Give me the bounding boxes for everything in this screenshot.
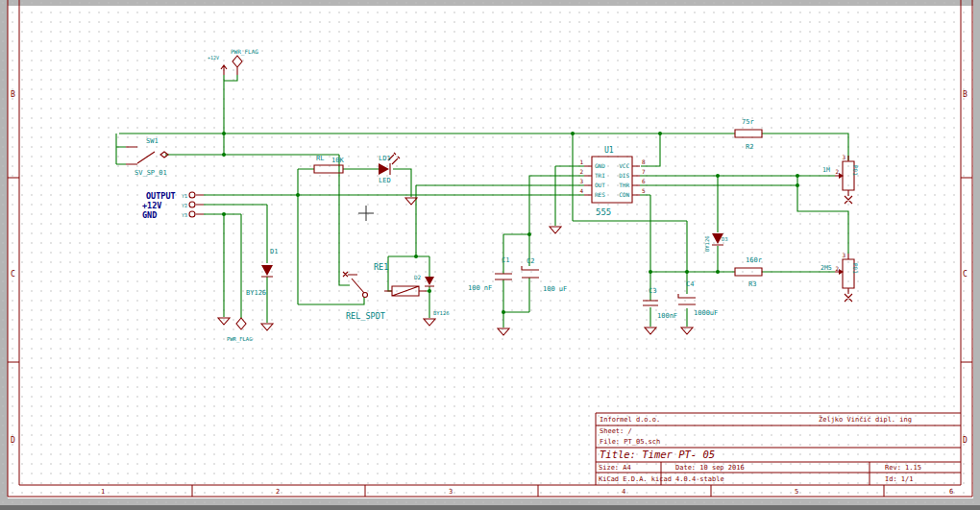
- d2-value: BY126: [433, 310, 450, 316]
- title-block-author: Željko Vinčić dipl. ing: [819, 415, 912, 424]
- pot2-pin-3: 3: [842, 252, 845, 258]
- u1-pin-num-7: 7: [642, 168, 646, 175]
- pot2-value: 2M5: [821, 264, 832, 272]
- u1-value: 555: [596, 207, 611, 217]
- u1-pin-num-4: 4: [579, 187, 583, 194]
- u1-pin-name-thr: THR: [619, 182, 629, 188]
- row-letter-right-b: B: [963, 90, 968, 99]
- conn-pin-y2: Y2: [182, 203, 187, 208]
- ld1-ref: LD1: [379, 155, 391, 162]
- d3-ref: D3: [722, 236, 728, 242]
- col-number-5: 5: [795, 488, 798, 496]
- u1-pin-name-gnd: GND: [595, 162, 605, 169]
- pwr-flag-bottom-label: PWR_FLAG: [227, 336, 253, 343]
- pot1-pin-3: 3: [842, 154, 845, 160]
- pot1-ref: P01: [852, 165, 859, 176]
- title-block-id: Id: 1/1: [885, 475, 914, 483]
- title-block-company: Informel d.o.o.: [600, 416, 660, 424]
- grid-dots: [0, 0, 980, 505]
- schematic-canvas[interactable]: B C D B C D 1 2 3 4 5 6 Informel d.o.o. …: [0, 0, 980, 510]
- d3-value: BY126: [704, 235, 710, 252]
- pwr-flag-top-label: PWR_FLAG: [231, 48, 258, 56]
- d1-value: BY126: [246, 289, 266, 297]
- re1-ref: RE1: [374, 262, 388, 272]
- pot1-value: 1M: [822, 166, 830, 174]
- u1-pin-num-6: 6: [642, 178, 646, 184]
- title-block-size: Size: A4: [599, 464, 631, 472]
- sw1-value: SV_SP_01: [135, 169, 167, 177]
- u1-pin-num-5: 5: [642, 187, 646, 194]
- conn-pin-y1: Y1: [182, 193, 187, 199]
- row-letter-left-b: B: [11, 90, 15, 99]
- u1-pin-name-dis: DIS: [619, 172, 629, 179]
- row-letter-left-d: D: [11, 436, 15, 445]
- u1-pin-num-8: 8: [642, 158, 646, 165]
- rl-ref: RL: [316, 155, 324, 162]
- row-letter-right-d: D: [963, 436, 968, 445]
- row-letter-right-c: C: [963, 270, 968, 279]
- title-block-rev: Rev: 1.15: [885, 464, 921, 472]
- rail-12v-label: +12V: [208, 55, 219, 61]
- eeschema-sheet[interactable]: B C D B C D 1 2 3 4 5 6 Informel d.o.o. …: [0, 0, 980, 510]
- title-block-tool: KiCad E.D.A. kicad 4.0.4-stable: [599, 475, 724, 483]
- u1-pin-name-out: OUT: [595, 182, 605, 188]
- u1-pin-num-3: 3: [579, 178, 583, 184]
- window-edge: [0, 505, 980, 510]
- c2-value: 100 uF: [543, 285, 567, 293]
- c1-value: 100 nF: [468, 284, 492, 292]
- col-number-3: 3: [449, 488, 453, 496]
- u1-pin-name-con: CON: [619, 191, 629, 198]
- c3-ref: C3: [649, 287, 656, 295]
- rl-value: 10K: [331, 157, 344, 164]
- c3-value: 100nF: [657, 312, 677, 320]
- r2-ref: R2: [746, 143, 753, 151]
- u1-pin-name-vcc: VCC: [619, 162, 629, 169]
- pot2-pin-2: 2: [835, 265, 839, 272]
- d1-ref: D1: [270, 248, 278, 255]
- r3-ref: R3: [748, 280, 756, 288]
- sw1-ref: SW1: [146, 137, 159, 145]
- u1-pin-num-2: 2: [579, 168, 583, 175]
- u1-ref: U1: [604, 146, 614, 155]
- c4-ref: C4: [686, 280, 694, 288]
- col-number-2: 2: [276, 488, 280, 496]
- u1-pin-num-1: 1: [579, 158, 583, 165]
- conn-label-12v: +12V: [142, 201, 161, 210]
- pot2-ref: P01: [852, 263, 859, 274]
- c1-ref: C1: [502, 256, 509, 264]
- re1-value: REL_SPDT: [346, 311, 385, 321]
- pot1-pin-2: 2: [835, 168, 839, 175]
- title-block-file: File: PT_05.sch: [600, 438, 660, 446]
- c4-value: 1000uF: [694, 309, 718, 317]
- conn-pin-y3: Y3: [182, 212, 187, 218]
- col-number-4: 4: [622, 488, 625, 496]
- conn-label-gnd: GND: [142, 210, 157, 220]
- conn-label-output: OUTPUT: [146, 191, 176, 201]
- d2-ref: D2: [414, 274, 422, 280]
- r3-value: 160r: [746, 256, 762, 264]
- ld1-value: LED: [379, 177, 391, 184]
- col-number-1: 1: [101, 488, 105, 496]
- title-block-title: Title: Timer PT- 05: [600, 449, 715, 460]
- c2-ref: C2: [527, 257, 534, 265]
- title-block-date: Date: 10 sep 2016: [675, 464, 745, 472]
- row-letter-left-c: C: [11, 270, 15, 279]
- u1-pin-name-res: RES: [595, 191, 605, 198]
- col-number-6: 6: [949, 488, 953, 496]
- u1-pin-name-tri: TRI: [595, 172, 605, 179]
- r2-value: 75r: [742, 118, 754, 126]
- title-block-sheet: Sheet: /: [600, 427, 632, 435]
